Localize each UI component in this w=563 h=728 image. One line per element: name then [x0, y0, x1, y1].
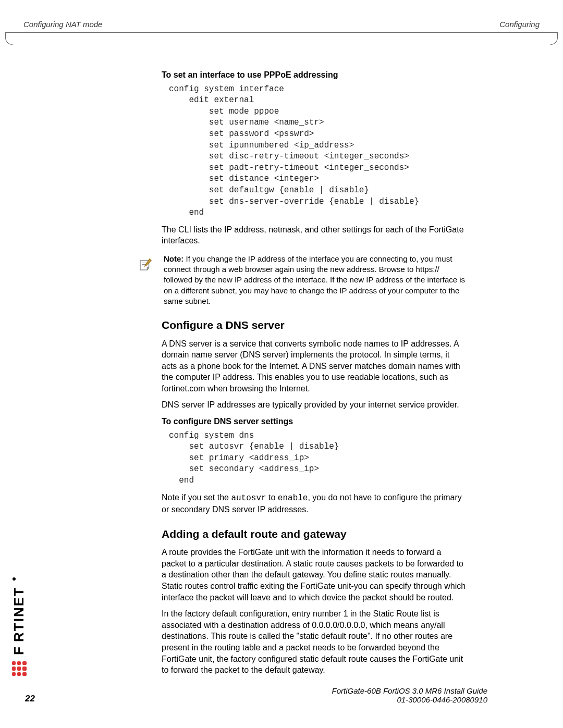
- footer-meta: FortiGate-60B FortiOS 3.0 MR6 Install Gu…: [332, 686, 487, 704]
- page-number: 22: [25, 694, 35, 704]
- brand-logo: F RTINET: [11, 577, 27, 676]
- heading-default-route: Adding a default route and gateway: [162, 527, 467, 541]
- paragraph-cli-lists: The CLI lists the IP address, netmask, a…: [162, 224, 467, 246]
- header-right: Configuring: [499, 20, 540, 29]
- paragraph-dns-1: A DNS server is a service that converts …: [162, 338, 467, 394]
- note-block: Note: If you change the IP address of th…: [136, 254, 467, 306]
- footer: 22 FortiGate-60B FortiOS 3.0 MR6 Install…: [0, 686, 563, 704]
- paragraph-route-1: A route provides the FortiGate unit with…: [162, 547, 467, 603]
- note-icon: [136, 256, 154, 278]
- brand-logo-mark: [12, 661, 27, 676]
- brand-logo-dot: [13, 577, 16, 581]
- inline-code-autosvr: autosvr: [231, 493, 266, 503]
- procedure-heading-pppoe: To set an interface to use PPPoE address…: [162, 69, 467, 81]
- paragraph-dns-2: DNS server IP addresses are typically pr…: [162, 399, 467, 411]
- footer-doc-id: 01-30006-0446-20080910: [332, 695, 487, 704]
- brand-logo-text: F RTINET: [11, 587, 27, 655]
- paragraph-dns-after: Note if you set the autosvr to enable, y…: [162, 492, 467, 515]
- heading-configure-dns: Configure a DNS server: [162, 318, 467, 332]
- header-left: Configuring NAT mode: [23, 20, 102, 29]
- text-run: Note if you set the: [162, 493, 231, 502]
- code-block-pppoe: config system interface edit external se…: [169, 84, 467, 219]
- header-rule: [5, 32, 558, 33]
- paragraph-route-2: In the factory default configuration, en…: [162, 608, 467, 676]
- page: Configuring NAT mode Configuring To set …: [0, 0, 563, 728]
- footer-guide-title: FortiGate-60B FortiOS 3.0 MR6 Install Gu…: [332, 686, 487, 695]
- inline-code-enable: enable: [278, 493, 308, 503]
- running-header: Configuring NAT mode Configuring: [21, 20, 542, 32]
- note-text: Note: If you change the IP address of th…: [164, 254, 467, 306]
- content-area: To set an interface to use PPPoE address…: [162, 32, 467, 676]
- note-label: Note:: [164, 254, 183, 263]
- procedure-heading-dns: To configure DNS server settings: [162, 416, 467, 427]
- header-curve-left: [5, 32, 13, 45]
- text-run: to: [266, 493, 278, 502]
- code-block-dns: config system dns set autosvr {enable | …: [169, 430, 467, 487]
- header-curve-right: [550, 32, 558, 45]
- note-body: If you change the IP address of the inte…: [164, 254, 465, 305]
